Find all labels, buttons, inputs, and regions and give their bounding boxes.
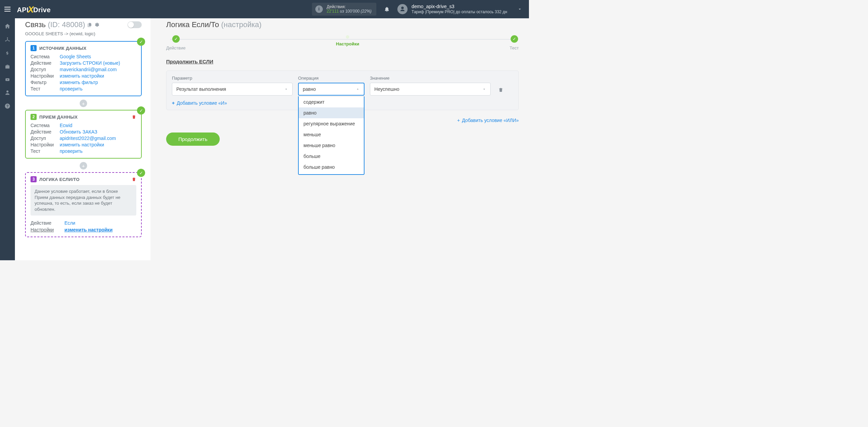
account-icon[interactable] bbox=[4, 89, 11, 96]
info-icon: i bbox=[315, 5, 323, 13]
delete-block-icon[interactable] bbox=[132, 177, 136, 182]
delete-block-icon[interactable] bbox=[132, 114, 136, 120]
step-action[interactable]: Действие bbox=[166, 35, 185, 50]
source-block: ✓ 1 ИСТОЧНИК ДАННЫХ СистемаGoogle Sheets… bbox=[25, 41, 142, 96]
operation-dropdown: содержитравнорегулярное выражениеменьшем… bbox=[298, 96, 364, 175]
dest-test-link[interactable]: проверить bbox=[60, 148, 83, 154]
continue-button[interactable]: Продолжить bbox=[166, 133, 220, 146]
source-settings-link[interactable]: изменить настройки bbox=[60, 73, 104, 79]
dest-system-link[interactable]: Ecwid bbox=[60, 123, 72, 128]
source-access-link[interactable]: maverickandrii@gmail.com bbox=[60, 67, 117, 72]
check-icon: ✓ bbox=[137, 169, 145, 177]
delete-condition-icon[interactable] bbox=[498, 87, 504, 93]
logic-settings-link[interactable]: изменить настройки bbox=[64, 227, 113, 232]
topbar: APIXDrive i Действия: 22'111 из 100'000 … bbox=[0, 0, 529, 18]
dest-action-link[interactable]: Обновить ЗАКАЗ bbox=[60, 129, 97, 135]
condition-box: Параметр Результат выполнения Операция р… bbox=[166, 70, 519, 110]
user-tariff: Тариф |Премиум PRO| до оплаты осталось 3… bbox=[412, 9, 507, 15]
page-title: Логика Если/То (настройка) bbox=[166, 20, 519, 29]
source-action-link[interactable]: Загрузить СТРОКИ (новые) bbox=[60, 60, 120, 66]
actions-counter[interactable]: i Действия: 22'111 из 100'000 (22%) bbox=[312, 3, 376, 16]
connection-title: Связь (ID: 48008) bbox=[25, 20, 85, 29]
param-label: Параметр bbox=[172, 76, 293, 81]
svg-point-1 bbox=[5, 40, 6, 41]
logic-block: ✓ 3 ЛОГИКА ЕСЛИ/ТО Данное условие сработ… bbox=[25, 172, 142, 237]
add-block-button[interactable]: + bbox=[80, 100, 87, 107]
chevron-down-icon[interactable] bbox=[517, 7, 522, 12]
billing-icon[interactable] bbox=[5, 50, 9, 56]
home-icon[interactable] bbox=[4, 23, 11, 29]
source-filter-link[interactable]: изменить фильтр bbox=[60, 80, 98, 85]
avatar-icon bbox=[397, 4, 408, 14]
operation-option[interactable]: больше равно bbox=[299, 162, 364, 172]
help-icon[interactable]: ? bbox=[4, 103, 11, 109]
operation-option[interactable]: меньше bbox=[299, 129, 364, 140]
dest-settings-link[interactable]: изменить настройки bbox=[60, 142, 104, 147]
dest-access-link[interactable]: apidritest2022@gmail.com bbox=[60, 136, 116, 141]
menu-button[interactable] bbox=[0, 0, 15, 18]
operation-option[interactable]: пустое bbox=[299, 172, 364, 175]
copy-icon[interactable] bbox=[87, 22, 92, 27]
chevron-down-icon bbox=[284, 87, 288, 91]
value-select[interactable]: Неуспешно bbox=[370, 83, 491, 96]
connections-icon[interactable] bbox=[4, 37, 11, 43]
operation-select[interactable]: равно содержитравнорегулярное выражением… bbox=[298, 83, 364, 96]
step-number: 2 bbox=[31, 114, 37, 120]
gear-icon[interactable] bbox=[94, 22, 99, 27]
logo[interactable]: APIXDrive bbox=[17, 4, 51, 15]
notifications-icon[interactable] bbox=[384, 6, 390, 12]
check-icon: ✓ bbox=[137, 106, 145, 115]
svg-point-4 bbox=[6, 90, 8, 93]
operation-option[interactable]: равно bbox=[299, 107, 364, 118]
operation-label: Операция bbox=[298, 76, 364, 81]
step-number: 1 bbox=[31, 45, 37, 51]
operation-option[interactable]: больше bbox=[299, 151, 364, 162]
source-system-link[interactable]: Google Sheets bbox=[60, 54, 91, 59]
operation-option[interactable]: регулярное выражение bbox=[299, 118, 364, 129]
step-settings[interactable]: Настройки bbox=[336, 35, 359, 46]
connection-subtitle: GOOGLE SHEETS -> (ecwid, logic) bbox=[25, 31, 142, 36]
operation-option[interactable]: содержит bbox=[299, 97, 364, 107]
svg-point-0 bbox=[7, 37, 8, 38]
operation-option[interactable]: меньше равно bbox=[299, 140, 364, 151]
source-test-link[interactable]: проверить bbox=[60, 86, 83, 92]
svg-text:?: ? bbox=[6, 104, 8, 108]
connection-panel: Связь (ID: 48008) GOOGLE SHEETS -> (ecwi… bbox=[15, 18, 151, 260]
section-title: Продолжить ЕСЛИ bbox=[166, 59, 519, 64]
user-menu[interactable]: demo_apix-drive_s3 Тариф |Премиум PRO| д… bbox=[397, 3, 529, 15]
chevron-down-icon bbox=[482, 87, 486, 91]
add-block-button[interactable]: + bbox=[80, 162, 87, 169]
step-number: 3 bbox=[31, 176, 37, 182]
wizard-steps: Действие Настройки Тест bbox=[166, 35, 519, 50]
param-select[interactable]: Результат выполнения bbox=[172, 83, 293, 96]
value-label: Значение bbox=[370, 76, 491, 81]
video-icon[interactable] bbox=[4, 77, 11, 82]
logic-note: Данное условие сработает, если в блоке П… bbox=[31, 185, 136, 216]
chevron-up-icon bbox=[356, 87, 360, 91]
connection-toggle[interactable] bbox=[127, 21, 142, 28]
sidebar: ? bbox=[0, 18, 15, 260]
check-icon: ✓ bbox=[137, 38, 145, 46]
briefcase-icon[interactable] bbox=[4, 64, 11, 70]
step-test[interactable]: Тест bbox=[510, 35, 519, 50]
destination-block: ✓ 2 ПРИЕМ ДАННЫХ СистемаEcwid ДействиеОб… bbox=[25, 110, 142, 159]
logic-action-link[interactable]: Если bbox=[64, 220, 75, 226]
user-name: demo_apix-drive_s3 bbox=[412, 3, 507, 9]
svg-point-2 bbox=[9, 40, 10, 41]
add-or-condition[interactable]: +Добавить условие «ИЛИ» bbox=[457, 118, 519, 123]
main-panel: Логика Если/То (настройка) Действие Наст… bbox=[151, 18, 529, 260]
